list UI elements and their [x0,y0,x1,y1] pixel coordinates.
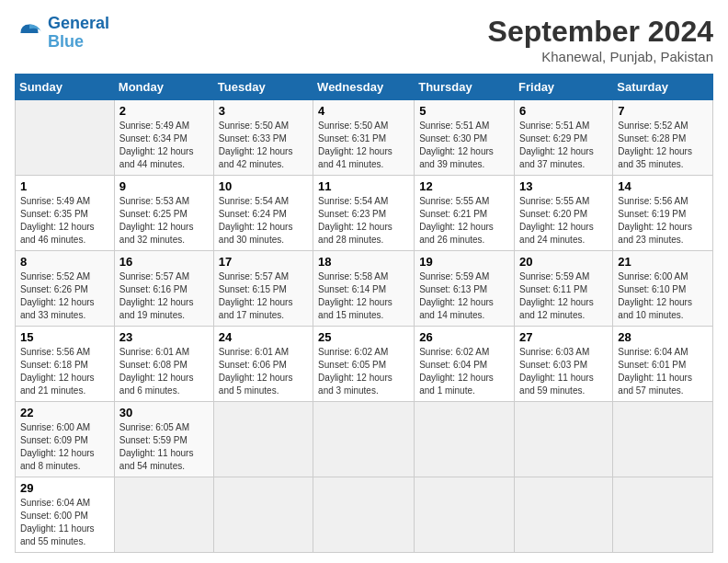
calendar-cell: 9 Sunrise: 5:53 AMSunset: 6:25 PMDayligh… [114,176,213,251]
day-number: 22 [20,406,109,419]
day-number: 13 [519,179,608,193]
day-number: 3 [219,104,308,118]
day-info: Sunrise: 5:52 AMSunset: 6:26 PMDaylight:… [20,271,95,320]
calendar-cell: 14 Sunrise: 5:56 AMSunset: 6:19 PMDaylig… [613,176,713,251]
calendar-cell [313,477,415,553]
calendar-cell: 19 Sunrise: 5:59 AMSunset: 6:13 PMDaylig… [415,251,515,327]
day-number: 21 [618,255,708,269]
day-info: Sunrise: 6:01 AMSunset: 6:06 PMDaylight:… [219,347,293,396]
day-number: 14 [618,179,708,193]
day-number: 26 [419,330,509,344]
day-info: Sunrise: 5:50 AMSunset: 6:33 PMDaylight:… [219,121,293,169]
logo: General Blue [15,15,109,52]
calendar-cell: 4 Sunrise: 5:50 AMSunset: 6:31 PMDayligh… [313,100,415,176]
calendar-cell: 23 Sunrise: 6:01 AMSunset: 6:08 PMDaylig… [114,327,213,402]
day-info: Sunrise: 5:57 AMSunset: 6:16 PMDaylight:… [119,271,194,320]
calendar-cell: 8 Sunrise: 5:52 AMSunset: 6:26 PMDayligh… [16,251,115,327]
day-number: 30 [119,406,209,419]
calendar-cell [415,477,515,553]
calendar-cell: 29 Sunrise: 6:04 AMSunset: 6:00 PMDaylig… [16,477,115,553]
day-number: 16 [119,255,209,269]
calendar-cell [313,402,415,477]
calendar-week-row: 2 Sunrise: 5:49 AMSunset: 6:34 PMDayligh… [16,100,713,176]
day-number: 20 [519,255,608,269]
day-info: Sunrise: 5:56 AMSunset: 6:19 PMDaylight:… [618,196,692,245]
day-number: 24 [219,330,308,344]
calendar-cell: 12 Sunrise: 5:55 AMSunset: 6:21 PMDaylig… [415,176,515,251]
day-number: 18 [318,255,409,269]
weekday-header: Wednesday [313,75,415,100]
day-number: 27 [519,330,608,344]
month-title: September 2024 [488,15,713,49]
calendar-cell [213,477,313,553]
calendar-cell: 24 Sunrise: 6:01 AMSunset: 6:06 PMDaylig… [213,327,313,402]
day-number: 25 [318,330,409,344]
calendar-cell: 11 Sunrise: 5:54 AMSunset: 6:23 PMDaylig… [313,176,415,251]
day-info: Sunrise: 6:03 AMSunset: 6:03 PMDaylight:… [519,347,594,396]
calendar-cell [114,477,213,553]
calendar-cell: 25 Sunrise: 6:02 AMSunset: 6:05 PMDaylig… [313,327,415,402]
weekday-header: Thursday [415,75,515,100]
weekday-header: Sunday [16,75,115,100]
calendar-cell [613,477,713,553]
day-info: Sunrise: 5:59 AMSunset: 6:13 PMDaylight:… [419,271,494,320]
day-number: 2 [119,104,209,118]
calendar-cell [613,402,713,477]
day-info: Sunrise: 6:00 AMSunset: 6:09 PMDaylight:… [20,422,95,471]
day-number: 11 [318,179,409,193]
day-info: Sunrise: 5:52 AMSunset: 6:28 PMDaylight:… [618,121,692,169]
day-info: Sunrise: 5:55 AMSunset: 6:21 PMDaylight:… [419,196,494,245]
day-info: Sunrise: 5:51 AMSunset: 6:30 PMDaylight:… [419,121,494,169]
calendar-cell [213,402,313,477]
calendar-cell: 27 Sunrise: 6:03 AMSunset: 6:03 PMDaylig… [515,327,613,402]
day-number: 15 [20,330,109,344]
calendar-cell: 28 Sunrise: 6:04 AMSunset: 6:01 PMDaylig… [613,327,713,402]
calendar-week-row: 29 Sunrise: 6:04 AMSunset: 6:00 PMDaylig… [16,477,713,553]
weekday-header: Friday [515,75,613,100]
day-info: Sunrise: 5:54 AMSunset: 6:23 PMDaylight:… [318,196,392,245]
calendar-cell: 26 Sunrise: 6:02 AMSunset: 6:04 PMDaylig… [415,327,515,402]
calendar-cell: 5 Sunrise: 5:51 AMSunset: 6:30 PMDayligh… [415,100,515,176]
day-number: 5 [419,104,509,118]
calendar-cell: 10 Sunrise: 5:54 AMSunset: 6:24 PMDaylig… [213,176,313,251]
day-info: Sunrise: 6:02 AMSunset: 6:04 PMDaylight:… [419,347,494,396]
calendar-cell: 20 Sunrise: 5:59 AMSunset: 6:11 PMDaylig… [515,251,613,327]
calendar-cell: 17 Sunrise: 5:57 AMSunset: 6:15 PMDaylig… [213,251,313,327]
calendar-cell: 15 Sunrise: 5:56 AMSunset: 6:18 PMDaylig… [16,327,115,402]
day-number: 28 [618,330,708,344]
day-number: 8 [20,255,109,269]
calendar-cell [515,477,613,553]
calendar-cell: 16 Sunrise: 5:57 AMSunset: 6:16 PMDaylig… [114,251,213,327]
day-number: 1 [20,179,109,193]
day-info: Sunrise: 5:50 AMSunset: 6:31 PMDaylight:… [318,121,392,169]
day-info: Sunrise: 5:53 AMSunset: 6:25 PMDaylight:… [119,196,194,245]
day-info: Sunrise: 5:51 AMSunset: 6:29 PMDaylight:… [519,121,594,169]
weekday-header: Saturday [613,75,713,100]
calendar-cell: 2 Sunrise: 5:49 AMSunset: 6:34 PMDayligh… [114,100,213,176]
calendar-cell [515,402,613,477]
day-info: Sunrise: 6:04 AMSunset: 6:00 PMDaylight:… [20,498,95,546]
calendar-cell [415,402,515,477]
day-info: Sunrise: 6:05 AMSunset: 5:59 PMDaylight:… [119,422,194,471]
day-info: Sunrise: 6:00 AMSunset: 6:10 PMDaylight:… [618,271,692,320]
calendar-week-row: 22 Sunrise: 6:00 AMSunset: 6:09 PMDaylig… [16,402,713,477]
calendar-table: SundayMondayTuesdayWednesdayThursdayFrid… [15,74,713,553]
day-number: 10 [219,179,308,193]
weekday-header: Tuesday [213,75,313,100]
day-number: 23 [119,330,209,344]
day-number: 19 [419,255,509,269]
logo-text: General Blue [48,15,109,52]
calendar-cell: 22 Sunrise: 6:00 AMSunset: 6:09 PMDaylig… [16,402,115,477]
calendar-cell: 6 Sunrise: 5:51 AMSunset: 6:29 PMDayligh… [515,100,613,176]
day-number: 29 [20,481,109,495]
day-info: Sunrise: 5:59 AMSunset: 6:11 PMDaylight:… [519,271,594,320]
day-number: 17 [219,255,308,269]
day-number: 9 [119,179,209,193]
day-info: Sunrise: 5:57 AMSunset: 6:15 PMDaylight:… [219,271,293,320]
calendar-week-row: 15 Sunrise: 5:56 AMSunset: 6:18 PMDaylig… [16,327,713,402]
logo-icon [15,18,44,48]
calendar-week-row: 1 Sunrise: 5:49 AMSunset: 6:35 PMDayligh… [16,176,713,251]
weekday-header-row: SundayMondayTuesdayWednesdayThursdayFrid… [16,75,713,100]
page-header: General Blue September 2024 Khanewal, Pu… [15,15,713,64]
day-info: Sunrise: 6:04 AMSunset: 6:01 PMDaylight:… [618,347,692,396]
